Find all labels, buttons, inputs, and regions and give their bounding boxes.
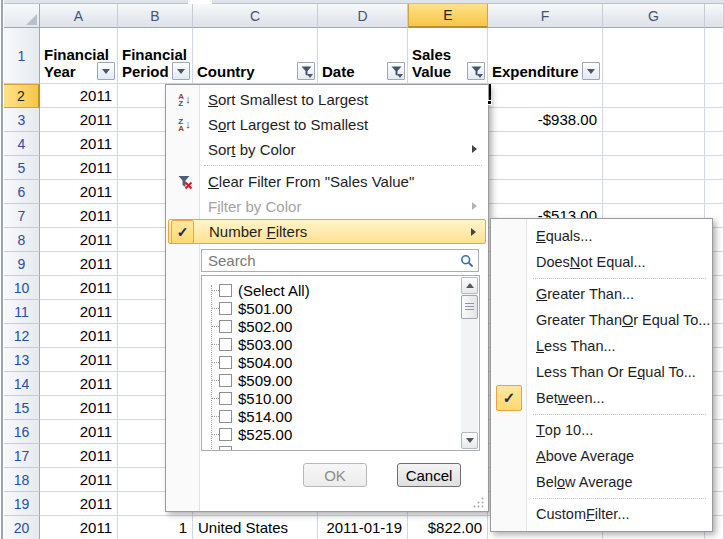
filter-applied-button-e[interactable] — [467, 62, 485, 80]
value-checkbox[interactable] — [219, 284, 232, 297]
value-checkbox[interactable] — [219, 446, 232, 452]
cell-G4[interactable] — [603, 132, 705, 156]
column-header-e[interactable]: E — [408, 4, 488, 28]
submenu-item-less-than[interactable]: Less Than... — [492, 333, 711, 359]
row-header-9[interactable]: 9 — [4, 252, 40, 276]
scroll-up-button[interactable] — [461, 277, 478, 294]
cell-H3[interactable] — [705, 108, 724, 132]
list-item-509-00[interactable]: $509.00 — [202, 371, 461, 389]
cell-A19[interactable]: 2011 — [40, 492, 118, 516]
search-input[interactable] — [202, 251, 456, 270]
filter-applied-button-d[interactable] — [387, 62, 405, 80]
cell-F5[interactable] — [488, 156, 603, 180]
value-checkbox[interactable] — [219, 338, 232, 351]
cell-A2[interactable]: 2011 — [40, 84, 118, 108]
column-header-partial[interactable] — [705, 4, 724, 28]
cell-G2[interactable] — [603, 84, 705, 108]
list-item-501-00[interactable]: $501.00 — [202, 299, 461, 317]
value-checkbox[interactable] — [219, 392, 232, 405]
menu-item-sort-largest-to-smallest[interactable]: ZA↓Sort Largest to Smallest — [168, 112, 486, 137]
value-checkbox[interactable] — [219, 356, 232, 369]
select-all-corner[interactable] — [4, 4, 40, 28]
resize-grip[interactable] — [472, 495, 485, 508]
cell-A6[interactable]: 2011 — [40, 180, 118, 204]
cell-G5[interactable] — [603, 156, 705, 180]
submenu-item-above-average[interactable]: Above Average — [492, 443, 711, 469]
cell-F2[interactable] — [488, 84, 603, 108]
scroll-down-button[interactable] — [461, 432, 478, 449]
value-checkbox[interactable] — [219, 320, 232, 333]
submenu-item-less-than-or-equal-to[interactable]: Less Than Or Equal To... — [492, 359, 711, 385]
cancel-button[interactable]: Cancel — [397, 463, 461, 487]
cell-H6[interactable] — [705, 180, 724, 204]
filter-dropdown-button-b[interactable] — [172, 62, 190, 80]
cell-B20[interactable]: 1 — [118, 516, 193, 539]
column-header-b[interactable]: B — [118, 4, 193, 28]
cell-A8[interactable]: 2011 — [40, 228, 118, 252]
cell-A16[interactable]: 2011 — [40, 420, 118, 444]
submenu-item-below-average[interactable]: Below Average — [492, 469, 711, 495]
menu-item-sort-by-color[interactable]: Sort by Color — [168, 137, 486, 162]
menu-item-clear-filter-from-sales-value[interactable]: Clear Filter From "Sales Value" — [168, 169, 486, 194]
cell-F6[interactable] — [488, 180, 603, 204]
row-header-13[interactable]: 13 — [4, 348, 40, 372]
list-item-502-00[interactable]: $502.00 — [202, 317, 461, 335]
cell-E20[interactable]: $822.00 — [408, 516, 488, 539]
row-header-4[interactable]: 4 — [4, 132, 40, 156]
cell-A9[interactable]: 2011 — [40, 252, 118, 276]
filter-dropdown-button-f[interactable] — [582, 62, 600, 80]
list-item-partial[interactable] — [202, 443, 461, 451]
cell-A14[interactable]: 2011 — [40, 372, 118, 396]
row-header-10[interactable]: 10 — [4, 276, 40, 300]
cell-H4[interactable] — [705, 132, 724, 156]
submenu-item-equals[interactable]: Equals... — [492, 223, 711, 249]
cell-A18[interactable]: 2011 — [40, 468, 118, 492]
menu-item-number-filters[interactable]: ✓Number Filters — [168, 219, 486, 244]
cell-G6[interactable] — [603, 180, 705, 204]
fill-handle[interactable] — [487, 100, 492, 105]
row-header-14[interactable]: 14 — [4, 372, 40, 396]
row-header-12[interactable]: 12 — [4, 324, 40, 348]
list-item-504-00[interactable]: $504.00 — [202, 353, 461, 371]
row-header-3[interactable]: 3 — [4, 108, 40, 132]
menu-item-filter-by-color[interactable]: Filter by Color — [168, 194, 486, 219]
column-header-g[interactable]: G — [603, 4, 705, 28]
cell-G3[interactable] — [603, 108, 705, 132]
cell-C20[interactable]: United States — [193, 516, 318, 539]
cell-D20[interactable]: 2011-01-19 — [318, 516, 408, 539]
row-header-11[interactable]: 11 — [4, 300, 40, 324]
row-header-17[interactable]: 17 — [4, 444, 40, 468]
cell-A5[interactable]: 2011 — [40, 156, 118, 180]
row-header-15[interactable]: 15 — [4, 396, 40, 420]
list-item-525-00[interactable]: $525.00 — [202, 425, 461, 443]
row-header-20[interactable]: 20 — [4, 516, 40, 539]
column-header-c[interactable]: C — [193, 4, 318, 28]
header-cell-a1[interactable]: FinancialYear — [40, 28, 118, 84]
row-header-7[interactable]: 7 — [4, 204, 40, 228]
header-cell-d1[interactable]: Date — [318, 28, 408, 84]
header-cell-f1[interactable]: Expenditure — [488, 28, 603, 84]
header-cell-c1[interactable]: Country — [193, 28, 318, 84]
scroll-thumb[interactable] — [461, 295, 478, 319]
row-header-16[interactable]: 16 — [4, 420, 40, 444]
cell-F3[interactable]: -$938.00 — [488, 108, 603, 132]
list-item-510-00[interactable]: $510.00 — [202, 389, 461, 407]
value-checkbox[interactable] — [219, 428, 232, 441]
cell-H2[interactable] — [705, 84, 724, 108]
filter-dropdown-button-a[interactable] — [97, 62, 115, 80]
cell-A12[interactable]: 2011 — [40, 324, 118, 348]
cell-A13[interactable]: 2011 — [40, 348, 118, 372]
submenu-item-greater-than-or-equal-to[interactable]: Greater Than Or Equal To... — [492, 307, 711, 333]
value-checkbox[interactable] — [219, 374, 232, 387]
list-item-503-00[interactable]: $503.00 — [202, 335, 461, 353]
row-header-6[interactable]: 6 — [4, 180, 40, 204]
submenu-item-top-10[interactable]: Top 10... — [492, 417, 711, 443]
value-checkbox[interactable] — [219, 302, 232, 315]
header-cell-b1[interactable]: FinancialPeriod — [118, 28, 193, 84]
row-header-5[interactable]: 5 — [4, 156, 40, 180]
cell-F4[interactable] — [488, 132, 603, 156]
submenu-item-greater-than[interactable]: Greater Than... — [492, 281, 711, 307]
submenu-item-does-not-equal[interactable]: Does Not Equal... — [492, 249, 711, 275]
submenu-item-between[interactable]: ✓Between... — [492, 385, 711, 411]
list-item-514-00[interactable]: $514.00 — [202, 407, 461, 425]
